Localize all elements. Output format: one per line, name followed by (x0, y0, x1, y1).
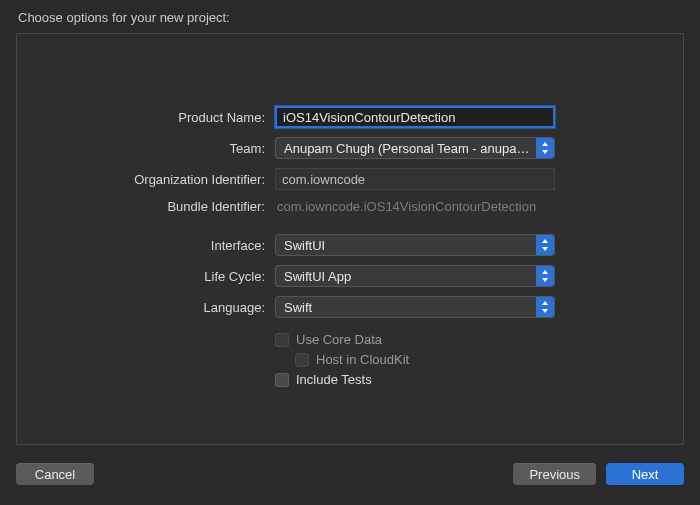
team-label: Team: (95, 141, 275, 156)
previous-button[interactable]: Previous (513, 463, 596, 485)
updown-icon (536, 138, 554, 158)
updown-icon (536, 266, 554, 286)
interface-select[interactable]: SwiftUI (275, 234, 555, 256)
checkbox-icon (275, 373, 289, 387)
team-select[interactable]: Anupam Chugh (Personal Team - anupam… (275, 137, 555, 159)
bundle-identifier-label: Bundle Identifier: (95, 199, 275, 214)
language-select[interactable]: Swift (275, 296, 555, 318)
language-select-value: Swift (284, 300, 312, 315)
product-name-label: Product Name: (95, 110, 275, 125)
org-identifier-label: Organization Identifier: (95, 172, 275, 187)
updown-icon (536, 297, 554, 317)
language-label: Language: (95, 300, 275, 315)
life-cycle-select[interactable]: SwiftUI App (275, 265, 555, 287)
updown-icon (536, 235, 554, 255)
interface-select-value: SwiftUI (284, 238, 325, 253)
checkbox-icon (275, 333, 289, 347)
product-name-input[interactable] (275, 106, 555, 128)
cancel-button[interactable]: Cancel (16, 463, 94, 485)
checkbox-icon (295, 353, 309, 367)
next-button[interactable]: Next (606, 463, 684, 485)
team-select-value: Anupam Chugh (Personal Team - anupam… (284, 141, 534, 156)
host-cloudkit-label: Host in CloudKit (316, 352, 409, 367)
bundle-identifier-value: com.iowncode.iOS14VisionContourDetection (275, 199, 536, 214)
use-core-data-checkbox[interactable]: Use Core Data (275, 332, 605, 347)
interface-label: Interface: (95, 238, 275, 253)
org-identifier-input[interactable] (275, 168, 555, 190)
life-cycle-select-value: SwiftUI App (284, 269, 351, 284)
include-tests-label: Include Tests (296, 372, 372, 387)
options-panel: Product Name: Team: Anupam Chugh (Person… (16, 33, 684, 445)
life-cycle-label: Life Cycle: (95, 269, 275, 284)
include-tests-checkbox[interactable]: Include Tests (275, 372, 605, 387)
host-cloudkit-checkbox: Host in CloudKit (275, 352, 605, 367)
page-title: Choose options for your new project: (0, 0, 700, 33)
use-core-data-label: Use Core Data (296, 332, 382, 347)
